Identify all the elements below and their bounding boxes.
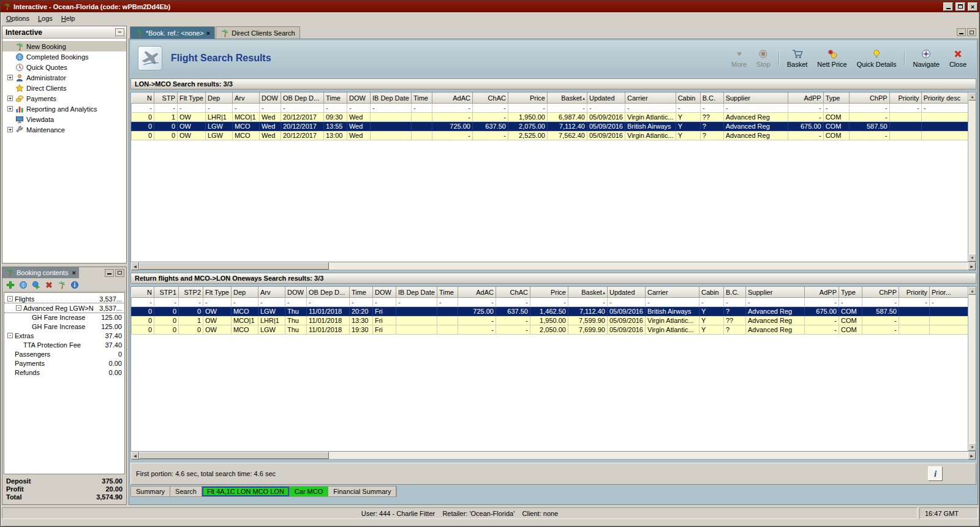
column-header-price[interactable]: Price [508, 93, 547, 104]
result-row[interactable]: 00OWLGWMCOWed20/12/201713:00Wed--2,525.0… [132, 131, 976, 140]
column-header-priority[interactable]: Priority [899, 287, 930, 298]
column-header-prior[interactable]: Prior... [930, 287, 973, 298]
booking-tree-item-gh-fare-increase[interactable]: GH Fare Increase125.00 [4, 313, 124, 322]
column-header-carrier[interactable]: Carrier [646, 287, 699, 298]
sidebar-item-quick-quotes[interactable]: Quick Quotes [2, 62, 126, 72]
sidebar-item-viewdata[interactable]: Viewdata [2, 114, 126, 124]
collapse-icon[interactable]: - [7, 333, 13, 338]
column-header-supplier[interactable]: Supplier [723, 93, 788, 104]
column-header-arv[interactable]: Arv [232, 93, 259, 104]
vertical-scrollbar[interactable]: ▲▼ [968, 287, 976, 451]
column-header-adac[interactable]: AdAC [458, 287, 496, 298]
column-header-chpp[interactable]: ChPP [862, 287, 899, 298]
booking-tree-item-flights[interactable]: -Flights3,537... [4, 294, 124, 303]
scroll-right-icon[interactable]: ▶ [968, 262, 976, 270]
scroll-up-icon[interactable]: ▲ [968, 287, 976, 295]
menu-help[interactable]: Help [57, 13, 80, 23]
sidebar-item-completed-bookings[interactable]: Completed Bookings [2, 51, 126, 62]
bottom-tab-car-mco[interactable]: Car MCO [290, 487, 328, 496]
tab-close-icon[interactable]: × [206, 29, 210, 37]
tab-book-ref-none[interactable]: *Book. ref.: <none>× [130, 26, 215, 39]
column-header-priority-desc[interactable]: Priority desc [921, 93, 975, 104]
expand-icon[interactable]: + [7, 106, 13, 112]
column-header-priority[interactable]: Priority [889, 93, 921, 104]
scroll-down-icon[interactable]: ▼ [968, 443, 976, 451]
column-header-supplier[interactable]: Supplier [746, 287, 805, 298]
sidebar-item-direct-clients[interactable]: Direct Clients [2, 83, 126, 93]
sidebar-item-new-booking[interactable]: New Booking [2, 41, 126, 51]
booking-tree-item-gh-fare-increase[interactable]: GH Fare Increase125.00 [4, 322, 124, 331]
column-header-basket[interactable]: Basket▴ [547, 93, 587, 104]
bottom-tab-flt-4a-1c-lon-mco-lon[interactable]: Flt 4A,1C LON MCO LON [202, 487, 290, 496]
bottom-tab-search[interactable]: Search [170, 487, 202, 496]
column-header-dow[interactable]: DOW [285, 287, 306, 298]
column-header-time[interactable]: Time [437, 287, 458, 298]
collapse-icon[interactable]: - [7, 296, 13, 301]
column-header-b-c[interactable]: B.C. [724, 287, 746, 298]
column-header-dow[interactable]: DOW [372, 287, 396, 298]
vertical-scrollbar[interactable]: ▲▼ [968, 93, 976, 262]
scroll-up-icon[interactable]: ▲ [968, 93, 976, 100]
column-header-dep[interactable]: Dep [231, 287, 258, 298]
basket-button[interactable]: Basket [782, 48, 813, 69]
maximize-button[interactable] [956, 2, 965, 11]
column-header-adpp[interactable]: AdPP [788, 93, 823, 104]
column-header-arv[interactable]: Arv [258, 287, 285, 298]
column-header-chac[interactable]: ChAC [472, 93, 508, 104]
column-header-cabin[interactable]: Cabin [699, 287, 724, 298]
filter-row[interactable]: -------------------------- [132, 298, 973, 307]
info-button[interactable] [70, 281, 79, 289]
horizontal-scrollbar[interactable]: ◀ ▶ [130, 262, 976, 270]
column-header-adpp[interactable]: AdPP [805, 287, 839, 298]
result-row[interactable]: 01OWLHR|1MCO|1Wed20/12/201709:30Wed--1,9… [132, 113, 976, 122]
column-header-flt-type[interactable]: Flt Type [178, 93, 206, 104]
expand-icon[interactable]: + [7, 75, 13, 80]
scroll-right-icon[interactable]: ▶ [968, 452, 976, 460]
palm-tree-button[interactable] [58, 281, 66, 289]
column-header-type[interactable]: Type [823, 93, 849, 104]
column-header-dow[interactable]: DOW [259, 93, 281, 104]
close-panel-icon[interactable]: × [72, 269, 75, 276]
column-header-carrier[interactable]: Carrier [625, 93, 676, 104]
panel-float-button[interactable] [115, 269, 124, 277]
result-row[interactable]: 000OWMCOLGWThu11/01/201819:30Fri--2,050.… [132, 325, 973, 335]
scroll-down-icon[interactable]: ▼ [968, 254, 976, 262]
column-header-flt-type[interactable]: Flt Type [203, 287, 232, 298]
mdi-minimize-button[interactable] [957, 28, 966, 36]
booking-tree-item-extras[interactable]: -Extras37.40 [4, 331, 124, 340]
column-header-updated[interactable]: Updated [587, 93, 625, 104]
scroll-left-icon[interactable]: ◀ [131, 262, 139, 270]
sidebar-item-maintenance[interactable]: +Maintenance [2, 124, 126, 135]
column-header-time[interactable]: Time [349, 287, 372, 298]
tab-direct-clients-search[interactable]: Direct Clients Search [216, 26, 300, 39]
column-header-cabin[interactable]: Cabin [676, 93, 700, 104]
column-header-adac[interactable]: AdAC [432, 93, 472, 104]
nett-price-button[interactable]: Nett Price [812, 48, 851, 69]
column-header-n[interactable]: N [132, 287, 154, 298]
globe-button[interactable] [19, 281, 28, 289]
panel-minimize-button[interactable] [105, 269, 114, 277]
column-header-dow[interactable]: DOW [347, 93, 370, 104]
panel-collapse-button[interactable]: − [115, 28, 124, 36]
add-button[interactable] [6, 281, 15, 289]
menu-options[interactable]: Options [2, 13, 34, 23]
booking-tree-item-payments[interactable]: Payments0.00 [4, 358, 124, 368]
result-row[interactable]: 000OWMCOLGWThu11/01/201820:20Fri725.0063… [132, 307, 973, 316]
sidebar-item-administrator[interactable]: +Administrator [2, 72, 126, 83]
close-button[interactable]: Close [944, 48, 971, 69]
minimize-button[interactable] [943, 2, 953, 11]
delete-button[interactable] [45, 281, 53, 289]
column-header-stp[interactable]: STP [154, 93, 178, 104]
booking-tree-item-tta-protection-fee[interactable]: TTA Protection Fee37.40 [4, 340, 124, 349]
booking-contents-tab[interactable]: Booking contents × [2, 267, 79, 278]
collapse-icon[interactable]: - [16, 305, 21, 311]
column-header-ib-dep-date[interactable]: IB Dep Date [396, 287, 437, 298]
column-header-ib-dep-date[interactable]: IB Dep Date [370, 93, 411, 104]
column-header-stp2[interactable]: STP2 [179, 287, 203, 298]
horizontal-scrollbar[interactable]: ◀ ▶ [130, 452, 976, 460]
booking-tree-item-refunds[interactable]: Refunds0.00 [4, 368, 124, 377]
scrollbar-thumb[interactable] [139, 452, 329, 459]
column-header-ob-dep-d[interactable]: OB Dep D... [306, 287, 349, 298]
filter-row[interactable]: ------------------------- [132, 104, 976, 113]
result-row[interactable]: 00OWLGWMCOWed20/12/201713:55Wed725.00637… [132, 122, 976, 131]
